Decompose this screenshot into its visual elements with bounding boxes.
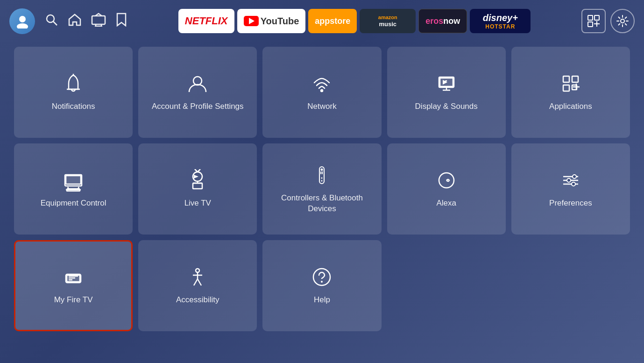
accessibility-label: Accessibility	[176, 295, 219, 305]
live-tv-label: Live TV	[184, 198, 211, 208]
display-sounds-icon	[435, 72, 458, 95]
app-shortcuts: NETFLIX YouTube appstore amazon music er…	[132, 9, 577, 33]
svg-point-54	[572, 182, 575, 186]
svg-rect-41	[193, 183, 202, 189]
netflix-button[interactable]: NETFLIX	[178, 9, 234, 33]
tile-preferences[interactable]: Preferences	[511, 143, 630, 235]
svg-point-47	[321, 180, 323, 182]
svg-rect-9	[594, 15, 599, 20]
alexa-label: Alexa	[436, 198, 456, 208]
preferences-icon	[559, 169, 582, 192]
settings-grid: Notifications Account & Profile Settings…	[0, 42, 644, 341]
alexa-icon	[435, 169, 458, 192]
add-apps-button[interactable]	[581, 9, 606, 33]
erosnow-label: erosnow	[425, 16, 460, 26]
svg-point-43	[321, 169, 323, 171]
applications-label: Applications	[549, 101, 592, 112]
svg-rect-24	[572, 76, 578, 82]
nav-left-icons	[9, 8, 127, 34]
svg-point-65	[313, 269, 330, 285]
network-icon	[311, 72, 333, 95]
erosnow-button[interactable]: erosnow	[418, 9, 467, 33]
disney-hotstar-button[interactable]: disney+ HOTSTAR	[470, 9, 531, 33]
tile-account-profile[interactable]: Account & Profile Settings	[138, 47, 257, 138]
settings-button[interactable]	[610, 9, 635, 33]
top-navigation: NETFLIX YouTube appstore amazon music er…	[0, 0, 644, 42]
controllers-label: Controllers & Bluetooth Devices	[272, 193, 372, 214]
tile-applications[interactable]: Applications	[511, 47, 630, 138]
help-label: Help	[314, 295, 330, 305]
tile-accessibility[interactable]: Accessibility	[138, 240, 257, 331]
nav-right-icons	[581, 9, 635, 33]
preferences-label: Preferences	[549, 198, 592, 208]
tile-display-sounds[interactable]: Display & Sounds	[387, 47, 506, 138]
search-icon[interactable]	[44, 13, 58, 30]
svg-rect-30	[66, 176, 81, 184]
svg-rect-10	[588, 22, 593, 27]
svg-line-3	[53, 21, 57, 25]
account-label: Account & Profile Settings	[152, 101, 244, 112]
tile-help[interactable]: Help	[262, 240, 381, 331]
equipment-control-icon	[62, 169, 85, 192]
svg-point-46	[321, 178, 323, 179]
svg-line-64	[198, 279, 201, 285]
applications-icon	[559, 72, 582, 95]
svg-line-63	[194, 279, 198, 285]
svg-point-1	[17, 23, 28, 28]
svg-rect-4	[92, 16, 105, 24]
tile-network[interactable]: Network	[262, 47, 381, 138]
svg-point-17	[321, 90, 323, 92]
display-sounds-label: Display & Sounds	[415, 101, 478, 112]
equipment-control-label: Equipment Control	[41, 198, 106, 208]
svg-point-2	[47, 15, 54, 22]
user-avatar[interactable]	[9, 8, 35, 34]
svg-point-52	[573, 175, 576, 178]
tile-live-tv[interactable]: Live TV	[138, 143, 257, 235]
svg-rect-45	[322, 171, 323, 174]
svg-point-0	[19, 16, 26, 22]
youtube-logo: YouTube	[244, 16, 299, 27]
svg-line-37	[195, 169, 198, 172]
appstore-button[interactable]: appstore	[308, 9, 357, 33]
svg-rect-23	[563, 76, 569, 82]
svg-point-66	[321, 281, 323, 283]
help-icon	[311, 266, 333, 288]
controllers-icon	[311, 164, 333, 186]
svg-rect-8	[588, 15, 593, 20]
notifications-label: Notifications	[52, 101, 95, 112]
svg-rect-25	[563, 85, 569, 91]
svg-point-60	[196, 269, 199, 272]
live-tv-icon	[186, 169, 209, 192]
youtube-button[interactable]: YouTube	[237, 9, 306, 33]
notifications-icon	[62, 72, 85, 95]
tv-icon[interactable]	[91, 13, 106, 30]
appstore-label: appstore	[315, 16, 350, 26]
amazon-music-button[interactable]: amazon music	[360, 9, 416, 33]
svg-line-38	[198, 169, 200, 172]
my-fire-tv-icon	[62, 266, 85, 288]
svg-point-53	[567, 178, 571, 182]
tile-alexa[interactable]: Alexa	[387, 143, 506, 235]
netflix-label: NETFLIX	[185, 15, 228, 27]
tile-equipment-control[interactable]: Equipment Control	[14, 143, 133, 235]
svg-point-16	[193, 77, 202, 85]
tile-controllers-bluetooth[interactable]: Controllers & Bluetooth Devices	[262, 143, 381, 235]
account-icon	[186, 72, 209, 95]
my-fire-tv-label: My Fire TV	[54, 295, 93, 305]
bookmark-icon[interactable]	[115, 13, 127, 30]
tile-my-fire-tv[interactable]: My Fire TV	[14, 240, 133, 331]
tile-notifications[interactable]: Notifications	[14, 47, 133, 138]
svg-point-13	[621, 19, 624, 23]
svg-rect-44	[320, 171, 321, 174]
network-label: Network	[307, 101, 336, 112]
home-icon[interactable]	[68, 13, 82, 30]
accessibility-icon	[186, 266, 209, 288]
